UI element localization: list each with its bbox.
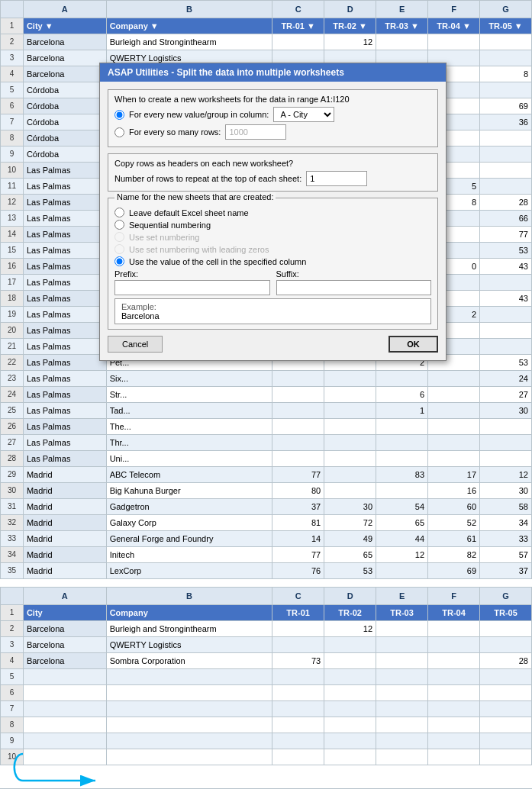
col-A-header: A	[23, 1, 106, 18]
every-rows-radio[interactable]	[114, 127, 124, 137]
dialog-title: ASAP Utilities - Split the data into mul…	[100, 63, 446, 82]
range-label: When to create a new worksheets for the …	[114, 95, 431, 104]
leave-default-radio[interactable]	[114, 208, 124, 217]
table-row: 30MadridBig Kahuna Burger801630	[1, 483, 532, 499]
table-row: 9	[1, 733, 532, 749]
table-row: 2BarcelonaBurleigh and Stronginthearm12	[1, 34, 532, 50]
bottom-header-row: 1 City Company TR-01 TR-02 TR-03 TR-04 T…	[1, 605, 532, 621]
split-dialog: ASAP Utilities - Split the data into mul…	[99, 63, 447, 361]
prefix-label: Prefix:	[114, 269, 270, 279]
example-label: Example:	[121, 302, 424, 311]
leave-default-row: Leave default Excel sheet name	[114, 208, 431, 217]
table-row: 27Las PalmasThr...	[1, 435, 532, 451]
main-wrapper: A B C D E F G 1 City ▼ Company ▼ TR-01 ▼…	[0, 0, 532, 789]
sequential-row: Sequential numbering	[114, 220, 431, 230]
suffix-label: Suffix:	[276, 269, 432, 279]
table-row: 31MadridGadgetron3730546058	[1, 499, 532, 515]
bottom-col-E: E	[376, 588, 428, 605]
corner-cell	[1, 1, 24, 18]
row-1-num: 1	[1, 18, 24, 34]
bottom-col-B: B	[106, 588, 272, 605]
prefix-suffix-row: Prefix: Suffix:	[114, 269, 431, 295]
table-row: 2BarcelonaBurleigh and Stronginthearm12	[1, 621, 532, 637]
separator	[0, 579, 532, 587]
prefix-input[interactable]	[114, 280, 270, 295]
col-F-header: F	[428, 1, 480, 18]
bottom-col-C: C	[272, 588, 324, 605]
bottom-spreadsheet: A B C D E F G 1 City Company TR-01 TR-02…	[0, 587, 532, 789]
table-row: 28Las PalmasUni...	[1, 451, 532, 467]
example-section: Example: Barcelona	[114, 298, 431, 324]
header-count-input[interactable]	[306, 171, 367, 186]
bottom-spreadsheet-body: 2BarcelonaBurleigh and Stronginthearm12 …	[1, 621, 532, 765]
table-row: 32MadridGalaxy Corp8172655234	[1, 515, 532, 531]
copy-rows-title: Copy rows as headers on each new workshe…	[114, 159, 431, 168]
use-set-leading-radio	[114, 244, 124, 254]
bottom-row1-num: 1	[1, 605, 24, 621]
bottom-col-F: F	[428, 588, 480, 605]
dialog-buttons: Cancel OK	[108, 336, 438, 353]
example-value: Barcelona	[121, 311, 424, 320]
use-cell-radio[interactable]	[114, 256, 124, 266]
table-row: 25Las PalmasTad...130	[1, 403, 532, 419]
table-row: 34MadridInitech7765128257	[1, 547, 532, 563]
col-C-header: C	[272, 1, 324, 18]
tr02-header: TR-02 ▼	[324, 18, 376, 34]
bottom-col-D: D	[324, 588, 376, 605]
sequential-radio[interactable]	[114, 220, 124, 230]
table-row: 26Las PalmasThe...	[1, 419, 532, 435]
header-count-row: Number of rows to repeat at the top of e…	[114, 171, 431, 186]
bottom-table: A B C D E F G 1 City Company TR-01 TR-02…	[0, 587, 532, 765]
company-column-header: Company ▼	[106, 18, 272, 34]
when-section: When to create a new worksheets for the …	[108, 89, 438, 147]
use-set-leading-row: Use set numbering with leading zeros	[114, 244, 431, 254]
tr01-header: TR-01 ▼	[272, 18, 324, 34]
name-section-label: Name for the new sheets that are created…	[114, 192, 276, 201]
header-count-label: Number of rows to repeat at the top of e…	[114, 174, 301, 183]
use-cell-row: Use the value of the cell in the specifi…	[114, 256, 431, 266]
prefix-col: Prefix:	[114, 269, 270, 295]
suffix-input[interactable]	[276, 280, 432, 295]
use-set-leading-label: Use set numbering with leading zeros	[129, 245, 269, 254]
table-row: 8	[1, 717, 532, 733]
table-row: 4BarcelonaSombra Corporation7328	[1, 653, 532, 669]
tr04-header: TR-04 ▼	[428, 18, 480, 34]
every-rows-row: For every so many rows:	[114, 124, 431, 140]
tr03-header: TR-03 ▼	[376, 18, 428, 34]
every-value-label: For every new value/group in column:	[129, 110, 269, 119]
arrow-area	[0, 765, 532, 788]
col-D-header: D	[324, 1, 376, 18]
cancel-button[interactable]: Cancel	[108, 336, 163, 353]
use-set-radio	[114, 232, 124, 242]
rows-count-input[interactable]	[225, 124, 286, 140]
tr05-header: TR-05 ▼	[480, 18, 532, 34]
table-row: 24Las PalmasStr...627	[1, 387, 532, 403]
table-row: 5	[1, 669, 532, 685]
name-section: Name for the new sheets that are created…	[108, 198, 438, 330]
table-row: 3BarcelonaQWERTY Logistics	[1, 637, 532, 653]
data-header-row: 1 City ▼ Company ▼ TR-01 ▼ TR-02 ▼ TR-03…	[1, 18, 532, 34]
every-value-radio[interactable]	[114, 110, 124, 120]
col-E-header: E	[376, 1, 428, 18]
bottom-col-A: A	[23, 588, 106, 605]
table-row: 35MadridLexCorp76536937	[1, 563, 532, 579]
table-row: 23Las PalmasSix...24	[1, 371, 532, 387]
every-rows-label: For every so many rows:	[129, 127, 221, 137]
bottom-col-G: G	[480, 588, 532, 605]
leave-default-label: Leave default Excel sheet name	[129, 208, 249, 217]
city-column-header: City ▼	[23, 18, 106, 34]
bottom-col-letter-row: A B C D E F G	[1, 588, 532, 605]
use-set-row: Use set numbering	[114, 232, 431, 242]
curved-arrow-svg	[4, 750, 156, 789]
ok-button[interactable]: OK	[389, 336, 438, 353]
table-row: 6	[1, 685, 532, 701]
table-row: 33MadridGeneral Forge and Foundry1449446…	[1, 531, 532, 547]
copy-rows-section: Copy rows as headers on each new workshe…	[108, 153, 438, 192]
col-G-header: G	[480, 1, 532, 18]
column-dropdown[interactable]: A - City	[273, 107, 334, 122]
use-cell-label: Use the value of the cell in the specifi…	[129, 257, 306, 266]
bottom-corner	[1, 588, 24, 605]
sequential-label: Sequential numbering	[129, 221, 211, 230]
col-letter-row: A B C D E F G	[1, 1, 532, 18]
suffix-col: Suffix:	[276, 269, 432, 295]
